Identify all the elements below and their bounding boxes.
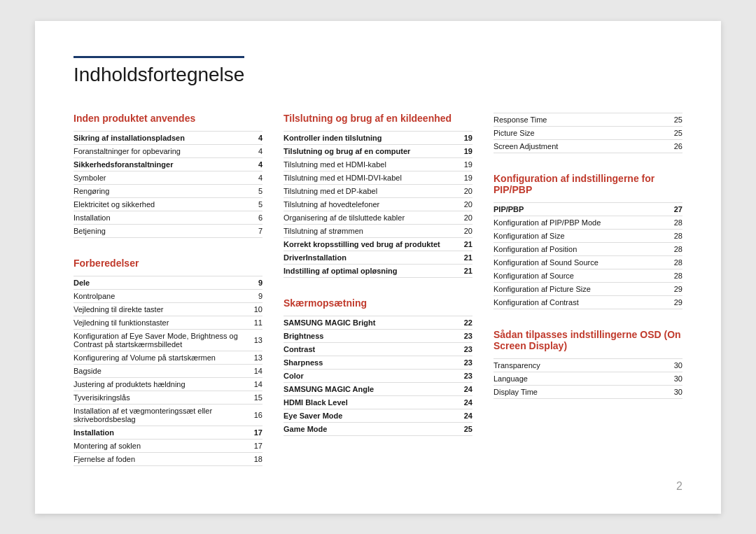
col-1: Inden produktet anvendesSikring af insta… (74, 113, 284, 486)
table-row: HDMI Black Level24 (284, 395, 472, 409)
toc-label: Tilslutning af hovedtelefoner (284, 197, 455, 211)
toc-number: 14 (245, 377, 262, 391)
table-row: Symboler4 (74, 171, 262, 184)
toc-label: Tilslutning med et HDMI-DVI-kabel (284, 171, 455, 184)
toc-number: 5 (245, 197, 262, 211)
toc-label: Installation (74, 211, 245, 224)
toc-label: Tilslutning med et DP-kabel (284, 184, 455, 197)
table-row: Foranstaltninger for opbevaring4 (74, 144, 262, 157)
table-row: Rengøring5 (74, 184, 262, 197)
table-row: Sharpness23 (284, 356, 472, 369)
col-3: Response Time25Picture Size25Screen Adju… (493, 113, 682, 486)
toc-label: Foranstaltninger for opbevaring (74, 144, 245, 157)
toc-number: 20 (455, 224, 472, 237)
toc-number: 5 (245, 184, 262, 197)
toc-number: 29 (665, 295, 682, 309)
table-row: Sikring af installationspladsen4 (74, 131, 262, 144)
toc-label: Konfiguration af Eye Saver Mode, Brightn… (74, 329, 245, 351)
toc-label: Vejledning til funktionstaster (74, 316, 245, 329)
toc-label: Tilslutning og brug af en computer (284, 144, 455, 157)
toc-number: 28 (665, 242, 682, 255)
section-inden: Inden produktet anvendesSikring af insta… (74, 113, 262, 238)
table-row: Konfiguration af Source28 (493, 269, 682, 282)
toc-label: Bagside (74, 364, 245, 377)
table-row: Response Time25 (493, 113, 682, 126)
section-pip: Konfiguration af indstillingerne for PIP… (493, 173, 682, 309)
table-row: Indstilling af optimal opløsning21 (284, 264, 472, 277)
table-row: DriverInstallation21 (284, 251, 472, 264)
section-title-pip: Konfiguration af indstillingerne for PIP… (493, 173, 682, 195)
toc-label: Transparency (493, 358, 665, 372)
toc-label: Brightness (284, 329, 455, 342)
table-row: Language30 (493, 372, 682, 385)
section-title-forberedelser: Forberedelser (74, 258, 262, 269)
table-row: Sikkerhedsforanstaltninger4 (74, 157, 262, 171)
toc-label: Elektricitet og sikkerhed (74, 197, 245, 211)
table-row: Brightness23 (284, 329, 472, 342)
toc-label: Contrast (284, 342, 455, 356)
toc-number: 9 (245, 289, 262, 302)
section-osd: Sådan tilpasses indstillingerne OSD (On … (493, 329, 682, 399)
toc-number: 21 (455, 251, 472, 264)
section-forberedelser: ForberedelserDele9Kontrolpane9Vejledning… (74, 258, 262, 466)
toc-number: 25 (455, 422, 472, 435)
table-row: SAMSUNG MAGIC Bright22 (284, 316, 472, 329)
toc-label: Display Time (493, 385, 665, 398)
table-row: Tilslutning med et DP-kabel20 (284, 184, 472, 197)
toc-number: 11 (245, 316, 262, 329)
table-row: Konfigurering af Volume på startskærmen1… (74, 351, 262, 364)
section-title-inden: Inden produktet anvendes (74, 113, 262, 124)
table-row: PIP/PBP27 (493, 202, 682, 216)
toc-table-inden: Sikring af installationspladsen4Foransta… (74, 131, 262, 238)
toc-number: 28 (665, 269, 682, 282)
table-row: Color23 (284, 369, 472, 382)
section-title-osd: Sådan tilpasses indstillingerne OSD (On … (493, 329, 682, 351)
toc-table-forberedelser: Dele9Kontrolpane9Vejledning til direkte … (74, 276, 262, 466)
toc-label: Game Mode (284, 422, 455, 435)
toc-number: 19 (455, 144, 472, 157)
toc-label: Dele (74, 276, 245, 289)
toc-number: 30 (665, 385, 682, 398)
toc-label: Montering af soklen (74, 439, 245, 452)
toc-number: 23 (455, 329, 472, 342)
toc-label: Korrekt kropsstilling ved brug af produk… (284, 237, 455, 251)
table-row: Organisering af de tilsluttede kabler20 (284, 211, 472, 224)
toc-label: Fjernelse af foden (74, 452, 245, 465)
toc-label: Konfiguration af Sound Source (493, 255, 665, 269)
table-row: Elektricitet og sikkerhed5 (74, 197, 262, 211)
table-row: Picture Size25 (493, 126, 682, 139)
toc-number: 6 (245, 211, 262, 224)
table-row: Konfiguration af Position28 (493, 242, 682, 255)
toc-label: Konfiguration af PIP/PBP Mode (493, 216, 665, 229)
toc-label: Organisering af de tilsluttede kabler (284, 211, 455, 224)
toc-label: Tyverisikringslås (74, 391, 245, 404)
toc-table-response: Response Time25Picture Size25Screen Adju… (493, 113, 682, 153)
section-response: Response Time25Picture Size25Screen Adju… (493, 113, 682, 153)
toc-label: Language (493, 372, 665, 385)
toc-number: 25 (665, 113, 682, 126)
toc-number: 4 (245, 157, 262, 171)
table-row: Vejledning til funktionstaster11 (74, 316, 262, 329)
toc-number: 16 (245, 404, 262, 426)
toc-label: Konfiguration af Source (493, 269, 665, 282)
toc-table-skaerm: SAMSUNG MAGIC Bright22Brightness23Contra… (284, 316, 472, 436)
col-2: Tilslutning og brug af en kildeenhedKont… (284, 113, 493, 486)
toc-label: Sikkerhedsforanstaltninger (74, 157, 245, 171)
page: Indholdsfortegnelse Inden produktet anve… (35, 21, 721, 514)
toc-number: 26 (665, 139, 682, 153)
toc-label: Installation af et vægmonteringssæt elle… (74, 404, 245, 426)
table-row: Tilslutning med et HDMI-kabel19 (284, 157, 472, 171)
toc-number: 10 (245, 302, 262, 316)
toc-label: Indstilling af optimal opløsning (284, 264, 455, 277)
toc-label: SAMSUNG MAGIC Bright (284, 316, 455, 329)
toc-number: 28 (665, 229, 682, 242)
table-row: Fjernelse af foden18 (74, 452, 262, 465)
table-row: Installation17 (74, 426, 262, 439)
toc-number: 17 (245, 426, 262, 439)
toc-number: 21 (455, 237, 472, 251)
table-row: Display Time30 (493, 385, 682, 398)
toc-number: 13 (245, 351, 262, 364)
toc-number: 28 (665, 255, 682, 269)
table-row: Contrast23 (284, 342, 472, 356)
toc-label: SAMSUNG MAGIC Angle (284, 382, 455, 395)
